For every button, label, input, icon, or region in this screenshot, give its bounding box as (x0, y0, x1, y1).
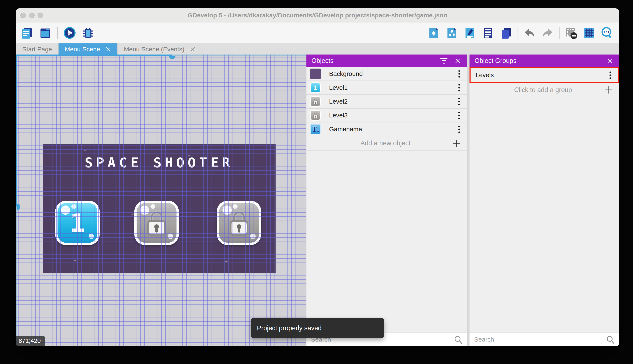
close-object-groups-panel-icon[interactable] (605, 56, 614, 66)
vertical-scroll-handle[interactable] (17, 204, 20, 210)
scene-editor-canvas[interactable]: SPACE SHOOTER + + + + + + + + + 1 (16, 54, 306, 346)
level1-button[interactable]: 1 (55, 201, 100, 245)
level3-thumbnail (310, 110, 321, 120)
row-menu-icon[interactable] (458, 112, 460, 119)
toolbar-separator (559, 27, 559, 39)
scene-background-rect[interactable]: SPACE SHOOTER + + + + + + + + + 1 (43, 144, 275, 273)
tab-start-page[interactable]: Start Page (16, 44, 59, 55)
objects-panel-title: Objects (311, 57, 439, 64)
row-menu-icon[interactable] (458, 126, 460, 133)
groups-search-bar (470, 332, 619, 346)
instances-list-panel-icon[interactable] (481, 26, 494, 40)
objects-panel-header: Objects (306, 54, 467, 67)
add-object-plus-icon[interactable] (452, 138, 462, 148)
search-icon (454, 335, 463, 344)
vertical-scroll-indicator[interactable] (16, 54, 17, 206)
close-tab-icon[interactable] (190, 46, 195, 52)
object-groups-panel-title: Object Groups (475, 57, 605, 64)
project-manager-icon[interactable] (20, 26, 33, 40)
window-title: GDevelop 5 - /Users/dkarakay/Documents/G… (16, 8, 619, 22)
close-tab-icon[interactable] (106, 46, 111, 52)
background-thumbnail (310, 68, 321, 79)
search-icon (606, 335, 615, 344)
toggle-grid-icon[interactable] (583, 26, 596, 40)
add-group-plus-icon[interactable] (604, 85, 614, 95)
object-row-level2[interactable]: Level2 (306, 95, 467, 108)
group-row-levels[interactable]: Levels (471, 68, 618, 82)
tab-label: Start Page (22, 46, 52, 53)
toolbar-separator (57, 27, 58, 39)
object-row-level3[interactable]: Level3 (306, 108, 467, 122)
game-title-text[interactable]: SPACE SHOOTER (43, 155, 275, 170)
level3-button-locked[interactable] (217, 201, 261, 245)
toggle-mask-icon[interactable] (565, 26, 578, 40)
debug-bug-icon[interactable] (82, 26, 95, 40)
filter-icon[interactable] (439, 56, 449, 66)
undo-icon[interactable] (523, 26, 536, 40)
tab-menu-scene[interactable]: Menu Scene (59, 44, 118, 55)
groups-search-input[interactable] (470, 336, 606, 343)
objects-panel-empty-area (306, 150, 467, 332)
level2-button-locked[interactable] (134, 201, 179, 245)
object-row-level1[interactable]: 1 Level1 (306, 81, 467, 95)
tab-label: Menu Scene (65, 46, 100, 53)
panel-gap (467, 54, 470, 346)
lock-icon (137, 203, 176, 243)
row-menu-icon[interactable] (458, 70, 460, 78)
groups-panel-empty-area (470, 97, 619, 332)
scene-window-icon[interactable] (39, 26, 52, 40)
gamename-thumbnail: Tx (310, 124, 321, 134)
add-new-object-row[interactable]: Add a new object (306, 136, 467, 150)
objects-panel-icon[interactable] (427, 26, 440, 40)
add-group-row[interactable]: Click to add a group (470, 83, 619, 97)
lock-icon (219, 203, 259, 243)
level1-thumbnail: 1 (310, 82, 321, 93)
zoom-one-to-one-icon[interactable]: 1:1 (601, 26, 614, 40)
tab-menu-scene-events[interactable]: Menu Scene (Events) (118, 44, 202, 55)
horizontal-scroll-handle[interactable] (169, 56, 175, 59)
object-row-gamename[interactable]: Tx Gamename (306, 122, 467, 136)
horizontal-scroll-track[interactable] (172, 54, 306, 56)
cursor-coordinates-badge: 871;420 (16, 336, 45, 346)
toolbar-separator (518, 27, 518, 39)
tab-bar: Start Page Menu Scene Menu Scene (Events… (16, 44, 619, 55)
close-objects-panel-icon[interactable] (453, 56, 462, 66)
main-toolbar: 1:1 (16, 22, 619, 44)
vertical-scroll-track[interactable] (16, 206, 17, 346)
row-menu-icon[interactable] (458, 98, 460, 105)
svg-text:1:1: 1:1 (603, 30, 610, 34)
levels-row-highlight: Levels (470, 67, 619, 83)
row-menu-icon[interactable] (458, 84, 460, 92)
object-row-background[interactable]: Background (306, 67, 467, 81)
objects-panel: Objects Background 1 Level1 Leve (306, 54, 467, 346)
tab-label: Menu Scene (Events) (124, 46, 184, 53)
gdevelop-window: GDevelop 5 - /Users/dkarakay/Documents/G… (16, 8, 619, 346)
redo-icon[interactable] (541, 26, 554, 40)
title-bar: GDevelop 5 - /Users/dkarakay/Documents/G… (16, 8, 619, 22)
properties-panel-icon[interactable] (463, 26, 476, 40)
play-button[interactable] (63, 26, 76, 40)
level2-thumbnail (310, 96, 321, 107)
layers-panel-icon[interactable] (499, 26, 512, 40)
object-groups-panel: Object Groups Levels Click to add a grou… (470, 54, 619, 346)
level1-number: 1 (58, 203, 97, 243)
object-groups-panel-header: Object Groups (470, 54, 619, 67)
toast-message: Project properly saved (257, 324, 322, 332)
object-groups-panel-icon[interactable] (445, 26, 458, 40)
horizontal-scroll-indicator[interactable] (16, 54, 172, 56)
row-menu-icon[interactable] (609, 72, 611, 79)
save-toast: Project properly saved (251, 318, 384, 338)
